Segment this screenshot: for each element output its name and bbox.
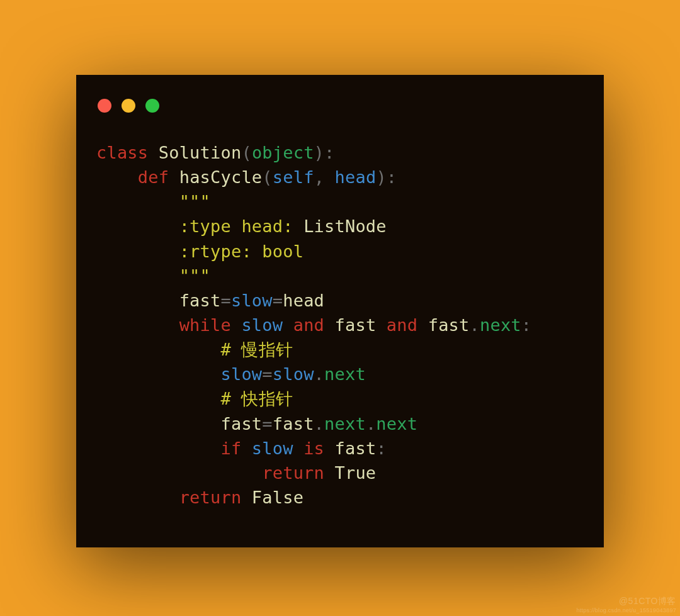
code-token: if (220, 439, 241, 458)
code-token: """ (179, 192, 210, 211)
code-token: hasCycle (179, 167, 263, 187)
code-token: Solution (159, 143, 242, 162)
code-token: fast (220, 414, 262, 434)
code-token (324, 463, 334, 483)
code-token (96, 488, 179, 507)
code-line: return False (96, 485, 584, 510)
code-token: . (470, 315, 480, 335)
code-token: . (314, 364, 324, 384)
code-token: slow (252, 439, 293, 458)
window-dots (98, 99, 584, 113)
code-token (96, 266, 179, 286)
code-token (241, 488, 251, 507)
code-token (169, 167, 179, 187)
code-token: :rtype: bool (179, 242, 303, 261)
code-token: # 快指针 (220, 389, 293, 408)
code-token (96, 439, 220, 458)
code-token: ): (376, 167, 397, 187)
code-token: slow (231, 291, 273, 310)
code-token: # 慢指针 (220, 340, 293, 359)
code-line: :rtype: bool (96, 239, 584, 264)
code-token: class (96, 143, 148, 162)
watermark: @51CTO博客 https://blog.csdn.net/u_1551904… (576, 596, 676, 613)
code-token (96, 291, 179, 310)
code-line: def hasCycle(self, head): (96, 165, 584, 189)
window-dot-yellow-icon (122, 99, 135, 113)
code-token: next (324, 414, 366, 434)
code-token (417, 315, 428, 335)
code-card-shadow-wrap: class Solution(object): def hasCycle(sel… (76, 75, 604, 547)
code-token: = (262, 364, 272, 384)
code-token: = (273, 291, 283, 310)
code-token (96, 389, 220, 408)
code-line: fast=fast.next.next (96, 412, 584, 436)
code-token (96, 364, 220, 384)
code-token: fast (335, 315, 377, 335)
code-token: fast (335, 439, 377, 458)
code-token (324, 439, 334, 458)
code-line: slow=slow.next (96, 362, 584, 386)
code-token (283, 315, 293, 335)
code-token: True (335, 463, 377, 483)
code-token: and (387, 315, 417, 335)
code-token: def (138, 167, 169, 187)
code-line: """ (96, 264, 584, 288)
code-token (241, 439, 251, 458)
code-token (96, 242, 179, 261)
code-token: fast (273, 414, 314, 434)
code-line: # 快指针 (96, 386, 584, 411)
code-token: next (376, 414, 417, 434)
code-token: : (521, 315, 531, 335)
code-line: class Solution(object): (96, 140, 584, 165)
code-token: , (314, 167, 335, 187)
code-token (96, 414, 220, 434)
window-dot-green-icon (145, 99, 159, 113)
code-token: object (252, 143, 314, 162)
code-line: if slow is fast: (96, 436, 584, 461)
code-line: :type head: ListNode (96, 214, 584, 238)
code-line: """ (96, 189, 584, 214)
code-token (96, 216, 179, 236)
watermark-line-2: https://blog.csdn.net/u_15519043897 (576, 607, 676, 613)
code-token: = (262, 414, 272, 434)
code-token: . (366, 414, 376, 434)
code-token (96, 192, 179, 211)
code-token: next (324, 364, 366, 384)
code-card: class Solution(object): def hasCycle(sel… (76, 75, 604, 547)
watermark-line-1: @51CTO博客 (576, 596, 676, 607)
code-token: return (262, 463, 324, 483)
code-line: while slow and fast and fast.next: (96, 313, 584, 337)
code-token: slow (241, 315, 283, 335)
code-token (96, 340, 220, 359)
code-token: = (220, 291, 230, 310)
code-token: """ (179, 266, 210, 286)
code-token: : (376, 439, 386, 458)
window-dot-red-icon (98, 99, 111, 113)
code-token (293, 439, 303, 458)
code-token: slow (273, 364, 314, 384)
code-token (96, 167, 138, 187)
code-token: ( (241, 143, 251, 162)
code-token: ): (314, 143, 335, 162)
code-token: fast (179, 291, 221, 310)
code-token (96, 463, 262, 483)
code-token: while (179, 315, 231, 335)
code-block: class Solution(object): def hasCycle(sel… (96, 140, 584, 510)
code-token: and (293, 315, 324, 335)
code-token (148, 143, 158, 162)
code-token: self (273, 167, 314, 187)
code-line: fast=slow=head (96, 288, 584, 313)
code-token: ( (262, 167, 272, 187)
code-line: # 慢指针 (96, 337, 584, 362)
code-token: ListNode (303, 216, 387, 236)
code-line: return True (96, 461, 584, 485)
code-token: . (314, 414, 324, 434)
code-token: fast (428, 315, 470, 335)
code-token: next (480, 315, 521, 335)
code-token: slow (220, 364, 262, 384)
code-token: return (179, 488, 242, 507)
code-token (376, 315, 386, 335)
code-token: is (303, 439, 324, 458)
code-token: :type head: (179, 216, 303, 236)
code-token: head (283, 291, 324, 310)
